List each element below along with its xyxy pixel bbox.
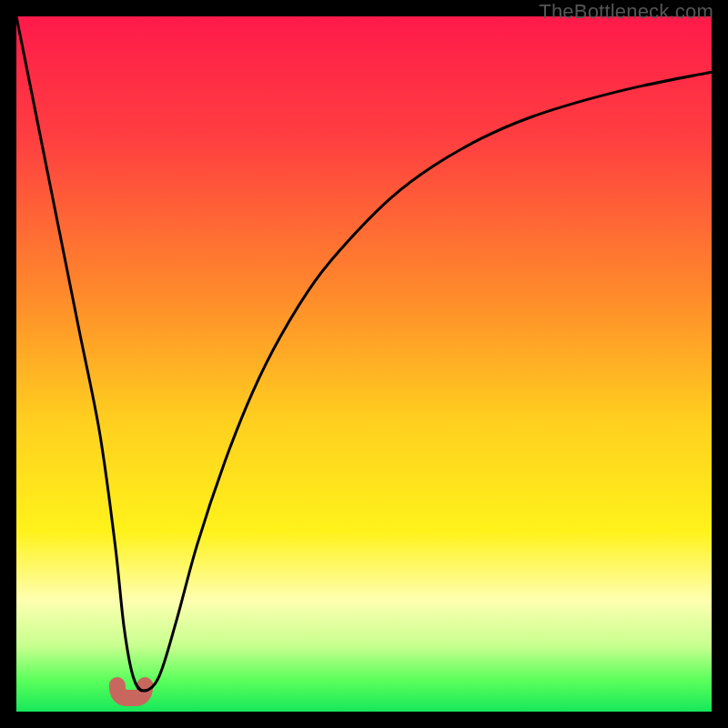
chart-canvas	[16, 16, 712, 712]
watermark-text: TheBottleneck.com	[539, 0, 713, 24]
chart-frame	[16, 16, 712, 712]
